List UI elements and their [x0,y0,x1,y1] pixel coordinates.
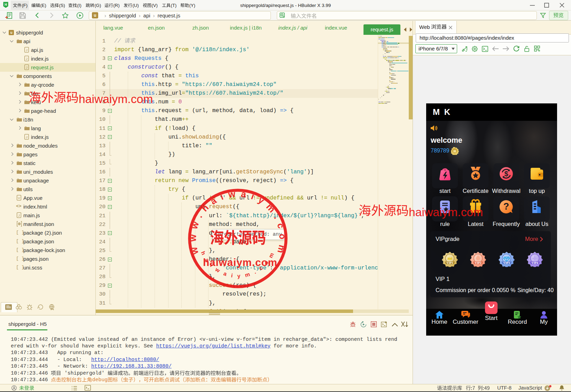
svg-text:J: J [26,57,28,61]
svg-text:$: $ [504,170,508,178]
svg-text:J: J [26,48,28,52]
svg-text:H: H [5,3,7,7]
svg-text:VIP2: VIP2 [475,261,482,265]
svg-text:J: J [18,214,20,217]
svg-text:V: V [18,196,20,200]
svg-text:?: ? [503,201,509,212]
svg-text:J: J [26,66,28,69]
svg-text:J: J [26,135,28,139]
svg-text:VIP1: VIP1 [447,261,453,265]
svg-text:VIP3: VIP3 [503,261,510,265]
svg-text:VIP4: VIP4 [532,261,539,265]
